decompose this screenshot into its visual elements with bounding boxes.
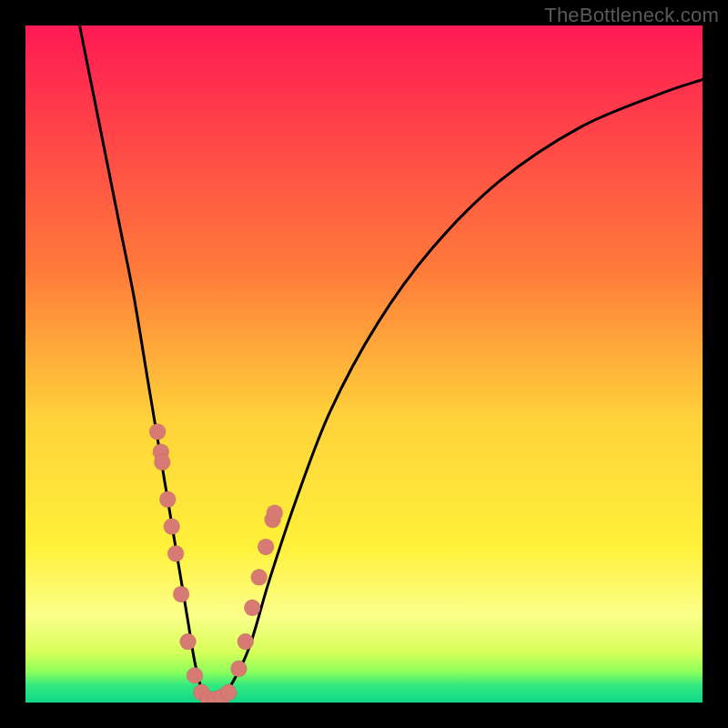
data-dot <box>238 633 254 650</box>
data-dot <box>149 423 166 440</box>
data-dots <box>149 423 283 703</box>
data-dot <box>251 569 268 585</box>
data-dot <box>187 667 203 683</box>
data-dot <box>164 519 180 535</box>
bottleneck-curve <box>80 25 703 703</box>
data-dot <box>230 661 247 677</box>
data-dot <box>167 545 184 561</box>
data-dot <box>173 586 189 602</box>
data-dot <box>267 505 283 521</box>
data-dot <box>159 491 176 508</box>
watermark-text: TheBottleneck.com <box>544 4 719 27</box>
plot-area <box>25 25 703 703</box>
data-dot <box>220 684 237 701</box>
chart-svg <box>25 25 703 703</box>
data-dot <box>180 633 197 650</box>
data-dot <box>258 539 274 555</box>
data-dot <box>154 454 170 470</box>
data-dot <box>244 600 260 616</box>
